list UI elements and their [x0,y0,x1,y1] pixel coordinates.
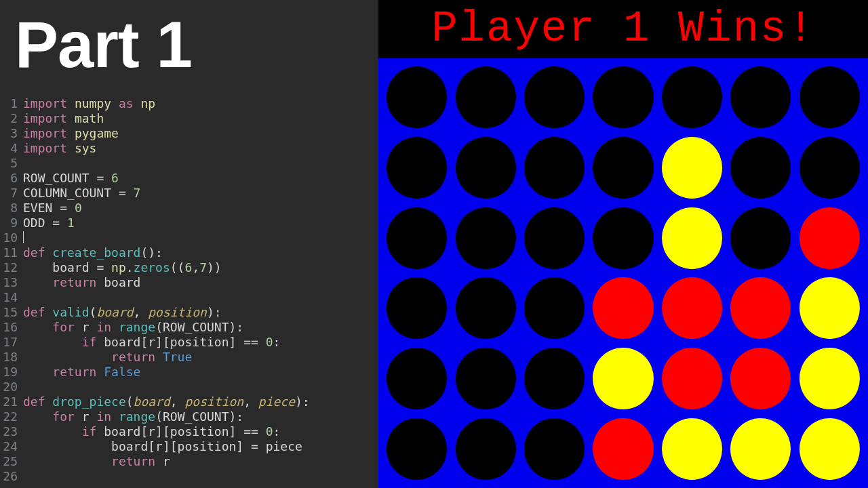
code-line[interactable]: return False [23,365,378,380]
token-op [111,409,119,424]
board-cell[interactable] [589,203,657,273]
token-op: ( [155,320,163,334]
token-var: ODD [23,216,45,230]
token-op [96,365,104,379]
board-cell[interactable] [726,62,795,133]
board-cell[interactable] [382,203,451,273]
board-cell[interactable] [589,413,657,484]
viewport: Part 1 123456789101112131415161718192021… [0,0,868,488]
token-op: ][ [155,424,170,439]
line-number: 14 [0,290,18,305]
code-line[interactable]: for r in range(ROW_COUNT): [23,409,378,424]
red-disc [662,348,722,409]
code-line[interactable]: import pygame [23,126,378,141]
code-line[interactable]: board = np.zeros((6,7)) [23,260,378,275]
board-cell[interactable] [658,133,726,203]
empty-slot [524,207,585,269]
code-line[interactable]: import math [23,111,378,126]
code-editor[interactable]: 1234567891011121314151617181920212223242… [0,94,378,488]
board-cell[interactable] [658,413,726,484]
token-fn: drop_piece [52,394,125,409]
code-line[interactable]: def create_board(): [23,245,378,260]
empty-slot [593,137,653,199]
code-line[interactable]: import numpy as np [23,96,378,111]
board-cell[interactable] [451,344,519,414]
code-line[interactable]: if board[r][position] == 0: [23,424,378,439]
board-cell[interactable] [520,273,589,344]
code-line[interactable]: COLUMN_COUNT = 7 [23,186,378,201]
board-cell[interactable] [589,62,657,133]
token-num: 1 [67,216,75,230]
code-line[interactable]: def valid(board, position): [23,305,378,320]
board-cell[interactable] [589,344,657,414]
code-line[interactable]: for r in range(ROW_COUNT): [23,320,378,335]
code-line[interactable] [23,156,378,171]
line-number: 22 [0,409,18,424]
code-line[interactable]: board[r][position] = piece [23,439,378,454]
board-cell[interactable] [451,133,519,203]
board-cell[interactable] [520,62,589,133]
code-line[interactable]: EVEN = 0 [23,201,378,216]
code-line[interactable] [23,380,378,394]
board-cell[interactable] [726,203,795,273]
board-cell[interactable] [382,344,451,414]
yellow-disc [662,137,722,199]
code-line[interactable]: ROW_COUNT = 6 [23,171,378,186]
board-cell[interactable] [726,344,795,414]
token-op [23,260,52,274]
token-bool: False [104,365,140,379]
code-line[interactable] [23,290,378,305]
board-cell[interactable] [795,413,864,484]
board-cell[interactable] [451,413,519,484]
token-kw: def [23,305,45,319]
board-cell[interactable] [795,344,864,414]
connect4-board[interactable] [378,58,868,488]
code-line[interactable]: return True [23,350,378,365]
token-fn: valid [52,305,89,319]
code-line[interactable]: return board [23,275,378,290]
board-cell[interactable] [795,133,864,203]
code-line[interactable]: ODD = 1 [23,216,378,230]
code-line[interactable]: def drop_piece(board, position, piece): [23,394,378,409]
token-op: (): [140,245,163,260]
token-op [67,96,75,110]
board-cell[interactable] [726,273,795,344]
board-cell[interactable] [382,133,451,203]
board-cell[interactable] [795,273,864,344]
board-cell[interactable] [520,133,589,203]
board-cell[interactable] [726,413,795,484]
board-cell[interactable] [520,203,589,273]
board-cell[interactable] [589,133,657,203]
token-op: ] = [236,439,265,453]
code-line[interactable] [23,230,378,245]
board-cell[interactable] [795,62,864,133]
empty-slot [387,418,447,480]
board-cell[interactable] [658,344,726,414]
board-cell[interactable] [382,273,451,344]
token-op [23,365,52,379]
token-op: , [192,260,199,274]
code-line[interactable]: return r [23,454,378,469]
board-cell[interactable] [382,413,451,484]
board-cell[interactable] [658,62,726,133]
empty-slot [730,66,791,128]
empty-slot [800,66,860,128]
board-cell[interactable] [451,62,519,133]
board-cell[interactable] [589,273,657,344]
code-line[interactable]: if board[r][position] == 0: [23,335,378,350]
board-cell[interactable] [520,344,589,414]
board-cell[interactable] [382,62,451,133]
code-content[interactable]: import numpy as npimport mathimport pyga… [23,96,378,488]
token-kw: return [111,454,155,468]
token-op: ): [295,394,310,409]
board-cell[interactable] [520,413,589,484]
code-line[interactable]: import sys [23,141,378,156]
board-cell[interactable] [658,273,726,344]
board-cell[interactable] [658,203,726,273]
board-cell[interactable] [726,133,795,203]
code-line[interactable] [23,469,378,484]
board-cell[interactable] [795,203,864,273]
board-cell[interactable] [451,273,519,344]
board-cell[interactable] [451,203,519,273]
token-op: . [126,260,134,274]
